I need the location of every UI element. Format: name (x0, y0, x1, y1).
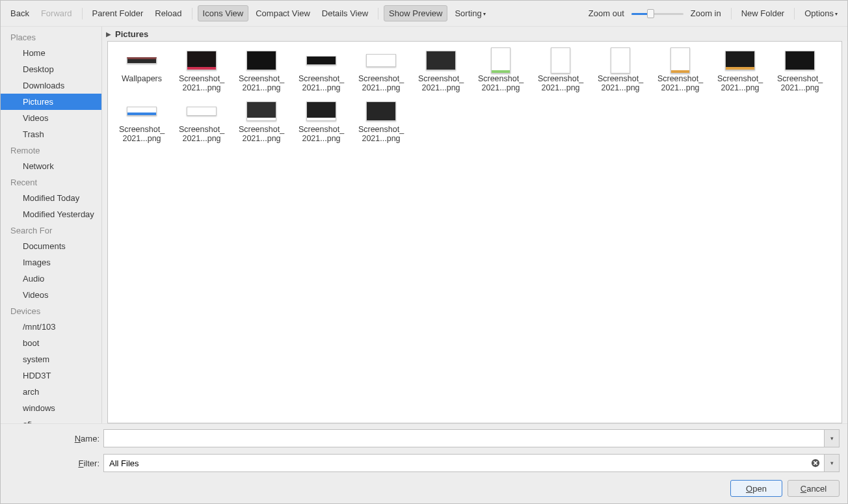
filter-input[interactable] (103, 454, 807, 472)
chevron-down-icon: ▾ (483, 11, 486, 17)
file-label: Screenshot_2021...png (358, 125, 404, 143)
file-label: Screenshot_2021...png (657, 74, 703, 92)
sorting-button[interactable]: Sorting▾ (450, 6, 490, 21)
thumbnail-icon (246, 51, 276, 70)
thumbnail-icon (611, 47, 630, 73)
clear-icon (811, 458, 820, 468)
file-view[interactable]: WallpapersScreenshot_2021...pngScreensho… (107, 41, 842, 423)
filter-field-label: Filter: (8, 458, 99, 468)
thumbnail-icon (725, 51, 755, 70)
thumbnail-icon (426, 51, 456, 70)
file-label: Screenshot_2021...png (179, 125, 224, 143)
name-history-dropdown[interactable]: ▾ (824, 429, 840, 447)
file-item[interactable]: Screenshot_2021...png (411, 48, 471, 92)
file-item[interactable]: Screenshot_2021...png (351, 48, 411, 92)
zoom-slider[interactable] (631, 12, 683, 16)
sidebar-heading-remote: Remote (1, 142, 101, 158)
file-label: Screenshot_2021...png (298, 74, 344, 92)
separator (192, 8, 192, 20)
file-item[interactable]: Screenshot_2021...png (232, 48, 291, 92)
file-label: Screenshot_2021...png (358, 74, 404, 92)
file-label: Screenshot_2021...png (298, 125, 344, 143)
sidebar-item-modified-today[interactable]: Modified Today (1, 190, 101, 206)
sidebar-item-downloads[interactable]: Downloads (1, 77, 101, 94)
sidebar-item-trash[interactable]: Trash (1, 126, 101, 142)
cancel-button[interactable]: Cancel (788, 480, 840, 497)
sidebar-item-pictures[interactable]: Pictures (1, 94, 101, 110)
chevron-right-icon[interactable]: ▶ (106, 31, 111, 38)
sidebar-item-boot[interactable]: boot (1, 335, 101, 351)
sidebar-item-windows[interactable]: windows (1, 400, 101, 416)
file-item[interactable]: Screenshot_2021...png (531, 48, 590, 92)
file-label: Screenshot_2021...png (717, 74, 763, 92)
thumbnail-icon (366, 101, 396, 121)
file-item[interactable]: Screenshot_2021...png (112, 99, 172, 143)
separator (794, 8, 795, 20)
name-input[interactable] (103, 429, 824, 447)
thumbnail-icon (551, 47, 570, 73)
file-item[interactable]: Screenshot_2021...png (291, 99, 351, 143)
chevron-down-icon: ▾ (835, 11, 838, 17)
zoom-out-button[interactable]: Zoom out (584, 6, 629, 21)
thumbnail-icon (785, 51, 815, 70)
separator (378, 8, 378, 20)
thumbnail-icon (127, 57, 157, 64)
sidebar-item-hdd3t[interactable]: HDD3T (1, 367, 101, 384)
sidebar-item-home[interactable]: Home (1, 45, 101, 61)
thumbnail-icon (491, 47, 510, 73)
bottom-panel: Name: ▾ Filter: ▾ Open Cancel (1, 423, 847, 503)
sidebar-item-images[interactable]: Images (1, 254, 101, 271)
sidebar-item-videos[interactable]: Videos (1, 287, 101, 303)
separator (82, 8, 83, 20)
file-item[interactable]: Screenshot_2021...png (710, 48, 770, 92)
file-label: Screenshot_2021...png (777, 74, 823, 92)
file-label: Screenshot_2021...png (538, 74, 583, 92)
separator (731, 8, 732, 20)
sidebar-item-documents[interactable]: Documents (1, 238, 101, 254)
sidebar-item-audio[interactable]: Audio (1, 271, 101, 287)
thumbnail-icon (306, 56, 336, 65)
sidebar-item-efi[interactable]: efi (1, 416, 101, 423)
file-item[interactable]: Screenshot_2021...png (172, 99, 232, 143)
file-item[interactable]: Screenshot_2021...png (650, 48, 710, 92)
zoom-in-button[interactable]: Zoom in (686, 6, 726, 21)
toolbar: Back Forward Parent Folder Reload Icons … (1, 1, 847, 27)
filter-dropdown[interactable]: ▾ (824, 454, 840, 472)
show-preview-button[interactable]: Show Preview (384, 5, 447, 21)
file-label: Screenshot_2021...png (239, 74, 284, 92)
file-item[interactable]: Screenshot_2021...png (471, 48, 531, 92)
sidebar-item-desktop[interactable]: Desktop (1, 61, 101, 77)
open-button[interactable]: Open (730, 480, 782, 497)
reload-button[interactable]: Reload (150, 6, 186, 21)
back-button[interactable]: Back (6, 6, 34, 21)
file-item[interactable]: Screenshot_2021...png (351, 99, 411, 143)
file-item[interactable]: Screenshot_2021...png (172, 48, 232, 92)
icons-view-button[interactable]: Icons View (198, 5, 249, 21)
thumbnail-icon (187, 107, 217, 116)
sidebar-item-arch[interactable]: arch (1, 384, 101, 400)
sidebar-item-videos[interactable]: Videos (1, 110, 101, 126)
options-button[interactable]: Options▾ (800, 6, 842, 21)
filter-clear-button[interactable] (807, 454, 824, 472)
sidebar-item--mnt-103[interactable]: /mnt/103 (1, 319, 101, 335)
details-view-button[interactable]: Details View (317, 6, 373, 21)
parent-folder-button[interactable]: Parent Folder (88, 6, 148, 21)
sidebar-item-network[interactable]: Network (1, 158, 101, 174)
breadcrumb: ▶ Pictures (102, 27, 847, 41)
sidebar-item-system[interactable]: system (1, 351, 101, 367)
file-item[interactable]: Screenshot_2021...png (590, 48, 650, 92)
compact-view-button[interactable]: Compact View (251, 6, 315, 21)
file-item[interactable]: Screenshot_2021...png (770, 48, 830, 92)
file-label: Wallpapers (122, 74, 162, 83)
name-input-field[interactable] (109, 430, 819, 447)
sidebar-item-modified-yesterday[interactable]: Modified Yesterday (1, 206, 101, 222)
sidebar-heading-places: Places (1, 29, 101, 45)
breadcrumb-current[interactable]: Pictures (115, 29, 148, 39)
file-label: Screenshot_2021...png (478, 74, 523, 92)
new-folder-button[interactable]: New Folder (737, 6, 789, 21)
file-item[interactable]: Screenshot_2021...png (232, 99, 291, 143)
file-item[interactable]: Screenshot_2021...png (291, 48, 351, 92)
file-item[interactable]: Wallpapers (112, 48, 172, 92)
filter-input-field[interactable] (109, 455, 802, 471)
sidebar: Places HomeDesktopDownloadsPicturesVideo… (1, 27, 102, 423)
